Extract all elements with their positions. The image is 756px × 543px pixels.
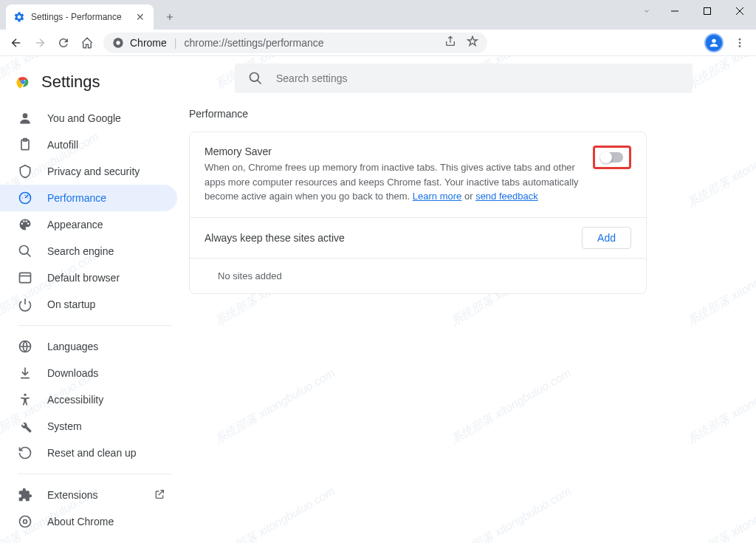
gear-icon (13, 11, 25, 23)
sidebar-item-autofill[interactable]: Autofill (0, 132, 177, 158)
sidebar: Settings You and Google Autofill Privacy… (0, 56, 189, 543)
close-button[interactable] (724, 0, 756, 22)
page-title: Settings (41, 72, 100, 92)
add-button[interactable]: Add (582, 227, 631, 249)
titlebar: Settings - Performance ✕ (0, 0, 756, 30)
search-settings[interactable] (235, 64, 693, 93)
bookmark-icon[interactable] (467, 35, 478, 50)
clipboard-icon (18, 137, 32, 152)
memory-saver-description: When on, Chrome frees up memory from ina… (205, 160, 583, 204)
window-controls (635, 0, 756, 30)
reload-button[interactable] (53, 33, 74, 53)
sidebar-item-appearance[interactable]: Appearance (0, 211, 177, 238)
browser-icon (18, 270, 32, 285)
toggle-knob (600, 151, 612, 163)
sidebar-item-label: On startup (47, 298, 95, 310)
send-feedback-link[interactable]: send feedback (475, 191, 538, 202)
power-icon (18, 297, 32, 312)
always-active-title: Always keep these sites active (205, 232, 345, 244)
sidebar-item-languages[interactable]: Languages (0, 333, 177, 360)
search-icon (248, 71, 263, 86)
divider (18, 325, 171, 326)
svg-point-9 (739, 45, 741, 47)
svg-point-15 (20, 246, 29, 255)
svg-point-7 (739, 38, 741, 41)
person-icon (18, 111, 32, 126)
chrome-icon (112, 37, 124, 49)
learn-more-link[interactable]: Learn more (413, 191, 461, 202)
share-icon[interactable] (444, 35, 456, 50)
sidebar-item-on-startup[interactable]: On startup (0, 291, 177, 318)
toolbar: Chrome | chrome://settings/performance (0, 30, 756, 56)
menu-button[interactable] (729, 33, 750, 53)
performance-card: Memory Saver When on, Chrome frees up me… (189, 132, 647, 294)
sidebar-item-label: Extensions (47, 489, 97, 501)
sidebar-item-label: Languages (47, 341, 98, 352)
sidebar-item-label: Default browser (47, 272, 120, 284)
sidebar-item-you-and-google[interactable]: You and Google (0, 105, 177, 132)
svg-point-20 (24, 520, 27, 524)
sidebar-item-label: Autofill (47, 139, 78, 151)
browser-tab[interactable]: Settings - Performance ✕ (6, 4, 154, 30)
sidebar-item-downloads[interactable]: Downloads (0, 360, 177, 386)
search-input[interactable] (276, 72, 679, 84)
sidebar-item-label: Appearance (47, 219, 103, 230)
sidebar-item-label: Downloads (47, 367, 98, 379)
new-tab-button[interactable] (159, 7, 180, 27)
settings-header: Settings (0, 68, 183, 105)
forward-button[interactable] (30, 33, 50, 53)
sidebar-item-label: System (47, 420, 82, 432)
sidebar-item-reset[interactable]: Reset and clean up (0, 440, 177, 466)
svg-point-8 (739, 41, 741, 44)
sidebar-item-search-engine[interactable]: Search engine (0, 238, 177, 264)
sidebar-item-about[interactable]: About Chrome (0, 508, 177, 535)
sidebar-item-privacy[interactable]: Privacy and security (0, 158, 177, 185)
caret-down-icon[interactable] (635, 0, 659, 22)
memory-saver-toggle[interactable] (601, 152, 623, 163)
chrome-logo (15, 74, 31, 90)
sidebar-item-performance[interactable]: Performance (0, 185, 177, 211)
chrome-icon (18, 514, 32, 529)
speedometer-icon (18, 191, 32, 205)
svg-point-19 (20, 516, 31, 527)
sidebar-item-default-browser[interactable]: Default browser (0, 264, 177, 291)
main-content: Performance Memory Saver When on, Chrome… (189, 56, 756, 543)
svg-point-11 (23, 113, 28, 118)
accessibility-icon (18, 392, 32, 407)
sidebar-item-accessibility[interactable]: Accessibility (0, 386, 177, 413)
globe-icon (18, 339, 32, 354)
sidebar-item-label: You and Google (47, 112, 121, 124)
minimize-button[interactable] (659, 0, 691, 22)
svg-point-5 (116, 41, 120, 44)
omnibox[interactable]: Chrome | chrome://settings/performance (103, 33, 487, 53)
memory-saver-row: Memory Saver When on, Chrome frees up me… (190, 132, 646, 218)
shield-icon (18, 164, 32, 179)
omnibox-text: Chrome | chrome://settings/performance (130, 37, 444, 49)
sidebar-item-label: Performance (47, 192, 106, 204)
restore-icon (18, 445, 32, 460)
svg-rect-16 (20, 273, 31, 282)
always-active-row: Always keep these sites active Add (190, 218, 646, 259)
svg-point-21 (250, 73, 259, 82)
memory-saver-title: Memory Saver (205, 146, 583, 157)
sidebar-item-system[interactable]: System (0, 413, 177, 440)
sidebar-item-label: Reset and clean up (47, 447, 137, 459)
sidebar-item-label: About Chrome (47, 516, 114, 527)
empty-state: No sites added (190, 259, 646, 293)
external-link-icon (154, 488, 165, 502)
back-button[interactable] (6, 33, 27, 53)
sidebar-item-label: Privacy and security (47, 165, 140, 177)
avatar[interactable] (704, 33, 724, 52)
maximize-button[interactable] (691, 0, 724, 22)
puzzle-icon (18, 488, 32, 502)
divider (18, 474, 171, 474)
svg-point-18 (24, 394, 26, 396)
close-icon[interactable]: ✕ (134, 11, 146, 23)
section-title: Performance (189, 108, 738, 120)
search-icon (18, 244, 32, 259)
svg-point-6 (712, 38, 715, 42)
palette-icon (18, 217, 32, 232)
svg-rect-1 (704, 8, 711, 15)
home-button[interactable] (77, 33, 97, 53)
sidebar-item-extensions[interactable]: Extensions (0, 482, 177, 508)
